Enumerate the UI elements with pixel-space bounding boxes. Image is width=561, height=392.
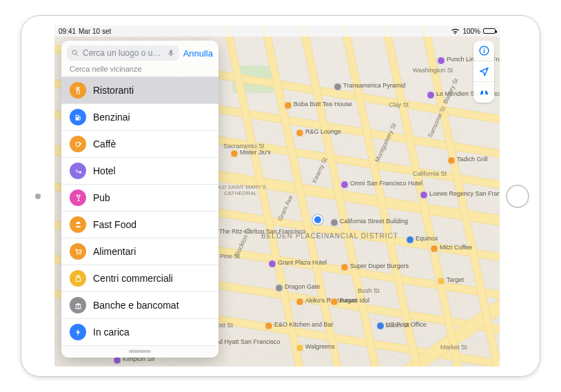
svg-rect-2 (483, 48, 484, 48)
street-label: Grant Ave (276, 194, 294, 222)
dictation-icon[interactable] (167, 49, 175, 57)
screen: 09:41 Mar 10 set 100% (54, 25, 500, 367)
battery-icon (483, 28, 496, 34)
poi-marker[interactable] (284, 101, 292, 110)
poi-marker[interactable] (340, 263, 349, 271)
poi-marker[interactable] (330, 298, 338, 306)
cancel-button[interactable]: Annulla (183, 48, 213, 59)
category-row-caffè[interactable]: Caffè (61, 131, 218, 158)
search-panel: Cerca un luogo o un indirizzo Annulla Ce… (61, 41, 218, 358)
status-date: Mar 10 set (79, 28, 111, 35)
bank-icon (70, 297, 86, 313)
poi-label: Target (447, 276, 464, 283)
poi-label: Omni San Francisco Hotel (350, 180, 422, 187)
info-button[interactable] (473, 41, 494, 61)
street-label: Washington St (413, 67, 453, 74)
front-camera (35, 194, 41, 199)
binoculars-button[interactable] (473, 82, 494, 103)
category-row-centri-commerciali[interactable]: Centri commerciali (61, 265, 218, 292)
district-label: FINANCIAL DISTRICT (316, 232, 398, 240)
category-row-pub[interactable]: Pub (61, 185, 218, 212)
category-row-banche-e-bancomat[interactable]: Banche e bancomat (61, 292, 218, 319)
poi-marker[interactable] (430, 245, 438, 253)
category-label: Hotel (93, 165, 116, 176)
poi-label: R&G Lounge (305, 128, 341, 135)
status-bar: 09:41 Mar 10 set 100% (54, 25, 500, 37)
poi-label: Tadich Grill (457, 156, 488, 163)
ipad-frame: 09:41 Mar 10 set 100% (21, 15, 540, 377)
poi-marker[interactable] (406, 236, 414, 244)
poi-marker[interactable] (268, 260, 276, 268)
panel-grabber[interactable] (129, 350, 151, 353)
category-row-alimentari[interactable]: Alimentari (61, 238, 218, 265)
search-icon (71, 49, 79, 57)
poi-label: Equinox (416, 235, 438, 242)
category-label: Alimentari (93, 246, 136, 257)
svg-line-4 (76, 54, 79, 56)
location-arrow-icon (478, 65, 490, 77)
bolt-icon (70, 324, 86, 340)
category-row-ristoranti[interactable]: Ristoranti (61, 77, 218, 104)
poi-marker[interactable] (340, 180, 349, 189)
street-label: Sutter St (385, 322, 409, 329)
poi-marker[interactable] (447, 156, 456, 165)
poi-label: Grant Plaza Hotel (278, 259, 327, 266)
section-title: Cerca nelle vicinanze (61, 63, 218, 76)
glass-icon (70, 189, 86, 206)
fork-icon (70, 82, 86, 99)
poi-marker[interactable] (334, 83, 342, 91)
poi-marker[interactable] (330, 218, 338, 227)
poi-label: Transamerica Pyramid (343, 82, 405, 89)
svg-rect-1 (483, 50, 484, 53)
street-label: California St (413, 170, 447, 177)
category-row-in-carica[interactable]: In carica (61, 319, 218, 346)
street-label: Kearny St (311, 156, 329, 184)
category-row-benzinai[interactable]: Benzinai (61, 104, 218, 131)
street-label: Bush St (358, 287, 380, 294)
user-location-dot (313, 215, 323, 225)
binoculars-icon (478, 87, 490, 99)
poi-label: Mitzi Coffee (440, 244, 472, 251)
poi-label: Dragon Gate (285, 283, 320, 290)
category-row-fast-food[interactable]: Fast Food (61, 212, 218, 238)
locate-button[interactable] (473, 61, 494, 82)
category-label: Caffè (93, 138, 116, 149)
poi-label: Boba Butt Tea House (294, 101, 352, 107)
poi-marker[interactable] (265, 322, 273, 330)
poi-marker[interactable] (296, 344, 304, 352)
bed-icon (70, 163, 86, 179)
category-label: Banche e bancomat (93, 300, 179, 311)
poi-marker[interactable] (230, 149, 238, 158)
cart-icon (70, 243, 86, 260)
poi-marker[interactable] (427, 91, 435, 99)
street-label: Montgomery St (374, 122, 398, 163)
burger-icon (70, 216, 86, 233)
poi-marker[interactable] (376, 322, 385, 330)
poi-marker[interactable] (437, 56, 445, 65)
category-label: In carica (93, 327, 130, 338)
poi-marker[interactable] (296, 298, 304, 306)
svg-point-8 (76, 254, 78, 255)
cup-icon (70, 136, 86, 152)
street-label: Clay St (389, 101, 409, 108)
poi-label: Walgreens (305, 343, 335, 350)
search-placeholder: Cerca un luogo o un indirizzo (83, 48, 163, 58)
status-time: 09:41 (59, 28, 76, 35)
poi-label: California Street Building (340, 218, 408, 225)
fuel-icon (70, 109, 86, 125)
poi-label: Loews Regency San Francisco (429, 190, 500, 197)
home-button[interactable] (506, 185, 529, 208)
poi-marker[interactable] (275, 284, 283, 292)
poi-label: E&O Kitchen and Bar (274, 321, 334, 328)
district-label: OLD SAINT MARY'S CATHEDRAL (213, 184, 268, 196)
poi-marker[interactable] (437, 277, 445, 285)
category-row-hotel[interactable]: Hotel (61, 158, 218, 185)
poi-marker[interactable] (420, 191, 428, 199)
search-input[interactable]: Cerca un luogo o un indirizzo (67, 45, 179, 61)
street-label: Market St (440, 344, 467, 351)
street-label: Sacramento St (223, 143, 265, 149)
poi-marker[interactable] (296, 129, 304, 137)
poi-label: Super Duper Burgers (350, 262, 409, 269)
info-icon (478, 45, 490, 56)
svg-rect-7 (76, 115, 78, 116)
